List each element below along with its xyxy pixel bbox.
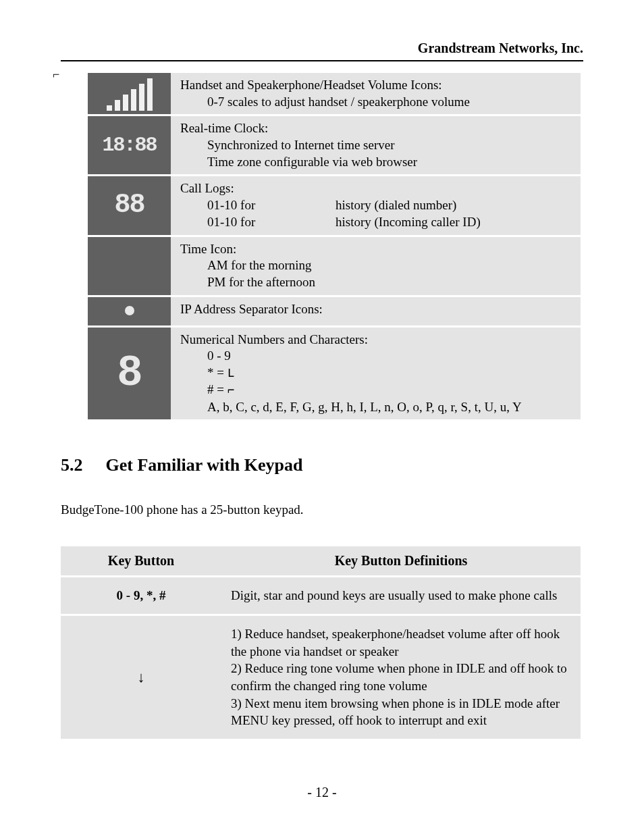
section-intro: BudgeTone-100 phone has a 25-button keyp… bbox=[61, 502, 583, 517]
range-a: 01-10 for bbox=[207, 197, 336, 214]
section-heading: 5.2 Get Familiar with Keypad bbox=[61, 455, 583, 475]
range-b: 01-10 for bbox=[207, 214, 336, 231]
key-button-table: Key Button Key Button Definitions 0 - 9,… bbox=[61, 544, 581, 740]
crop-mark: ⌐ bbox=[53, 68, 59, 82]
key-button-cell: 0 - 9, *, # bbox=[61, 577, 221, 614]
row-title: Real-time Clock: bbox=[180, 120, 574, 137]
icon-row-clock: 18:88 Real-time Clock: Synchronized to I… bbox=[88, 116, 581, 174]
icon-row-call-logs: 88 Call Logs: 01-10 for history (dialed … bbox=[88, 176, 581, 234]
col-header-key: Key Button bbox=[61, 546, 221, 575]
key-def-cell: 1) Reduce handset, speakerphone/headset … bbox=[221, 616, 581, 739]
section-number: 5.2 bbox=[61, 455, 101, 475]
row-line: AM for the morning bbox=[207, 257, 574, 274]
row-title: Handset and Speakerphone/Headset Volume … bbox=[180, 77, 574, 94]
key-table-header-row: Key Button Key Button Definitions bbox=[61, 546, 581, 575]
row-title: IP Address Separator Icons: bbox=[180, 301, 574, 318]
key-button-cell: ↓ bbox=[61, 616, 221, 739]
time-icon bbox=[88, 237, 171, 295]
ip-separator-icon bbox=[125, 306, 134, 315]
clock-icon: 18:88 bbox=[90, 135, 168, 155]
page-header-company: Grandstream Networks, Inc. bbox=[61, 41, 583, 60]
row-line: 0 - 9 bbox=[207, 348, 574, 365]
volume-bars-icon bbox=[90, 77, 168, 111]
row-line: Time zone configurable via web browser bbox=[207, 154, 574, 171]
row-line: 0-7 scales to adjust handset / speakerph… bbox=[207, 94, 574, 111]
page-number: - 12 - bbox=[0, 785, 644, 800]
header-rule bbox=[61, 60, 583, 61]
row-star: * = L bbox=[207, 365, 574, 382]
icon-row-numeric: 8 Numerical Numbers and Characters: 0 - … bbox=[88, 328, 581, 420]
call-log-icon: 88 bbox=[90, 192, 168, 219]
key-table-row: 0 - 9, *, # Digit, star and pound keys a… bbox=[61, 577, 581, 614]
icon-description-table: Handset and Speakerphone/Headset Volume … bbox=[88, 71, 581, 421]
icon-row-volume: Handset and Speakerphone/Headset Volume … bbox=[88, 73, 581, 114]
icon-row-time: Time Icon: AM for the morning PM for the… bbox=[88, 237, 581, 295]
row-title: Time Icon: bbox=[180, 241, 574, 258]
key-def-cell: Digit, star and pound keys are usually u… bbox=[221, 577, 581, 614]
row-line: PM for the afternoon bbox=[207, 274, 574, 291]
section-title: Get Familiar with Keypad bbox=[106, 455, 303, 475]
row-line: Synchronized to Internet time server bbox=[207, 137, 574, 154]
row-chars: A, b, C, c, d, E, F, G, g, H, h, I, L, n… bbox=[207, 399, 574, 416]
page: Grandstream Networks, Inc. ⌐ Handset and… bbox=[0, 0, 644, 834]
hist-b: history (Incoming caller ID) bbox=[336, 214, 574, 231]
row-title: Numerical Numbers and Characters: bbox=[180, 332, 574, 348]
col-header-def: Key Button Definitions bbox=[221, 546, 581, 575]
icon-row-ip-separator: IP Address Separator Icons: bbox=[88, 297, 581, 325]
key-table-row: ↓ 1) Reduce handset, speakerphone/headse… bbox=[61, 616, 581, 739]
row-hash: # = ⌐ bbox=[207, 382, 574, 398]
hist-a: history (dialed number) bbox=[336, 197, 574, 214]
row-title: Call Logs: bbox=[180, 180, 574, 197]
numeric-char-icon: 8 bbox=[90, 352, 168, 395]
